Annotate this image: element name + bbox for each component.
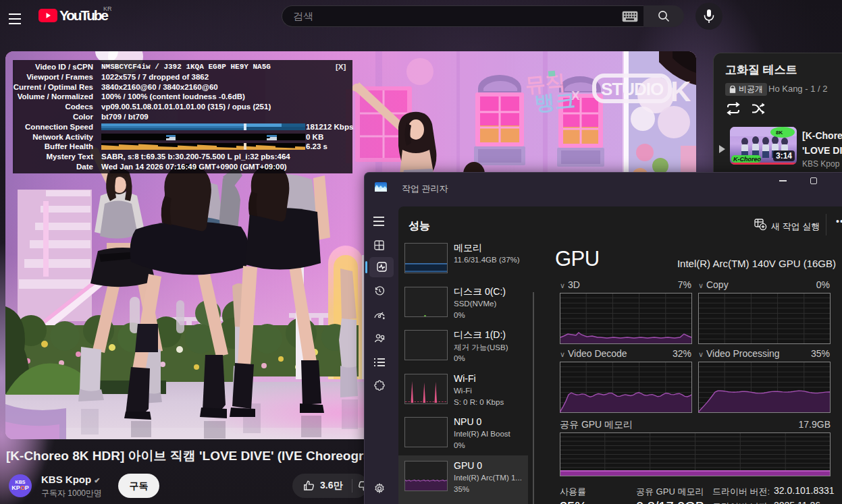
svg-text:8K: 8K xyxy=(776,130,783,136)
svg-text:뱅크: 뱅크 xyxy=(533,88,576,114)
svg-text:X: X xyxy=(571,88,580,103)
svg-text:STUDIO: STUDIO xyxy=(601,79,664,99)
svg-text:K-Choreo: K-Choreo xyxy=(733,156,761,163)
svg-text:K: K xyxy=(670,76,691,107)
